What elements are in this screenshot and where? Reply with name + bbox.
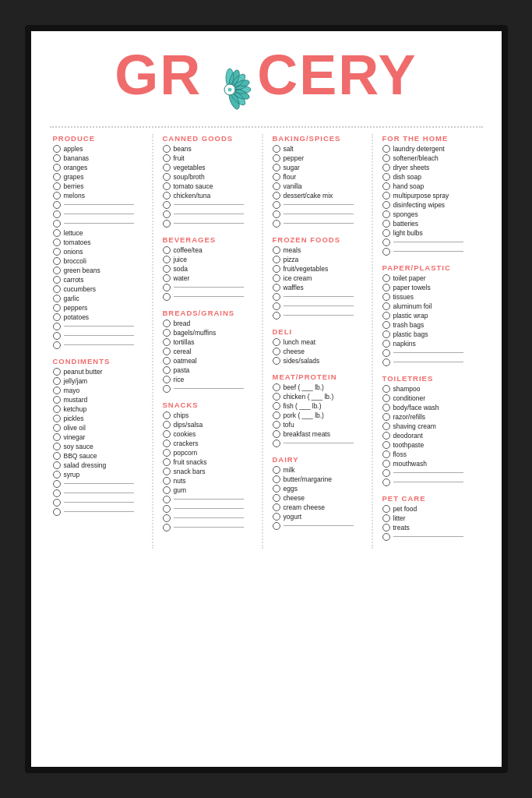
checkbox[interactable] xyxy=(163,376,171,383)
checkbox[interactable] xyxy=(163,173,171,181)
list-item[interactable]: pizza xyxy=(273,256,368,263)
checkbox[interactable] xyxy=(382,441,390,449)
checkbox[interactable] xyxy=(163,468,171,475)
list-item[interactable]: peppers xyxy=(53,304,149,312)
checkbox[interactable] xyxy=(273,402,280,410)
checkbox[interactable] xyxy=(382,302,390,310)
checkbox[interactable] xyxy=(382,293,390,301)
checkbox[interactable] xyxy=(163,274,171,282)
list-item[interactable]: popcorn xyxy=(163,449,259,457)
list-item[interactable]: gum xyxy=(163,486,259,494)
checkbox[interactable] xyxy=(53,368,61,376)
list-item[interactable]: trash bags xyxy=(382,321,480,329)
list-item[interactable]: multipurpose spray xyxy=(382,192,480,200)
checkbox[interactable] xyxy=(163,411,171,419)
checkbox[interactable] xyxy=(53,257,61,265)
list-item[interactable]: water xyxy=(163,274,259,282)
checkbox[interactable] xyxy=(273,503,280,511)
blank-item[interactable] xyxy=(163,284,259,291)
list-item[interactable]: cereal xyxy=(163,348,259,355)
blank-item[interactable] xyxy=(163,385,259,393)
checkbox[interactable] xyxy=(163,182,171,190)
checkbox[interactable] xyxy=(382,210,390,218)
checkbox[interactable] xyxy=(382,404,390,411)
blank-item[interactable] xyxy=(163,496,259,503)
blank-item[interactable] xyxy=(53,499,149,507)
checkbox[interactable] xyxy=(53,424,61,432)
blank-item[interactable] xyxy=(53,341,149,349)
list-item[interactable]: pork ( ___ lb.) xyxy=(273,411,368,419)
checkbox[interactable] xyxy=(382,321,390,329)
list-item[interactable]: mustard xyxy=(53,396,149,404)
list-item[interactable]: mouthwash xyxy=(382,460,480,468)
list-item[interactable]: litter xyxy=(382,514,480,522)
blank-item[interactable] xyxy=(273,220,368,228)
list-item[interactable]: ice cream xyxy=(273,274,368,282)
list-item[interactable]: vanilla xyxy=(273,182,368,190)
blank-item[interactable] xyxy=(382,238,480,246)
checkbox[interactable] xyxy=(273,383,280,391)
list-item[interactable]: disinfecting wipes xyxy=(382,201,480,209)
checkbox[interactable] xyxy=(53,471,61,478)
list-item[interactable]: cheese xyxy=(273,494,368,502)
list-item[interactable]: fruit xyxy=(163,154,259,162)
list-item[interactable]: cookies xyxy=(163,430,259,438)
checkbox[interactable] xyxy=(163,486,171,494)
checkbox[interactable] xyxy=(382,274,390,282)
checkbox[interactable] xyxy=(163,256,171,263)
blank-item[interactable] xyxy=(382,533,480,541)
checkbox[interactable] xyxy=(382,450,390,458)
list-item[interactable]: light bulbs xyxy=(382,229,480,237)
checkbox[interactable] xyxy=(53,285,61,293)
list-item[interactable]: apples xyxy=(53,145,149,153)
list-item[interactable]: bread xyxy=(163,320,259,327)
checkbox[interactable] xyxy=(273,173,280,181)
list-item[interactable]: chips xyxy=(163,411,259,419)
checkbox[interactable] xyxy=(163,430,171,438)
blank-item[interactable] xyxy=(163,293,259,301)
list-item[interactable]: tortillas xyxy=(163,338,259,346)
checkbox[interactable] xyxy=(382,413,390,421)
checkbox[interactable] xyxy=(163,458,171,466)
checkbox[interactable] xyxy=(53,238,61,246)
checkbox[interactable] xyxy=(382,432,390,440)
list-item[interactable]: tomato sauce xyxy=(163,182,259,190)
checkbox[interactable] xyxy=(163,145,171,153)
list-item[interactable]: sugar xyxy=(273,164,368,171)
list-item[interactable]: vinegar xyxy=(53,433,149,441)
checkbox[interactable] xyxy=(53,182,61,190)
blank-item[interactable] xyxy=(163,201,259,209)
checkbox[interactable] xyxy=(53,192,61,200)
list-item[interactable]: dessert/cake mix xyxy=(273,192,368,200)
list-item[interactable]: beef ( ___ lb.) xyxy=(273,383,368,391)
list-item[interactable]: soy sauce xyxy=(53,443,149,450)
list-item[interactable]: waffles xyxy=(273,284,368,291)
checkbox[interactable] xyxy=(53,248,61,256)
checkbox[interactable] xyxy=(273,256,280,263)
list-item[interactable]: treats xyxy=(382,524,480,531)
list-item[interactable]: coffee/tea xyxy=(163,246,259,254)
checkbox[interactable] xyxy=(53,164,61,171)
list-item[interactable]: plastic wrap xyxy=(382,312,480,320)
checkbox[interactable] xyxy=(53,276,61,284)
blank-item[interactable] xyxy=(382,478,480,486)
list-item[interactable]: cream cheese xyxy=(273,503,368,511)
list-item[interactable]: lunch meat xyxy=(273,338,368,346)
blank-item[interactable] xyxy=(273,293,368,301)
checkbox[interactable] xyxy=(382,514,390,522)
checkbox[interactable] xyxy=(382,192,390,200)
list-item[interactable]: pickles xyxy=(53,415,149,422)
checkbox[interactable] xyxy=(163,357,171,365)
list-item[interactable]: ketchup xyxy=(53,405,149,413)
checkbox[interactable] xyxy=(273,284,280,291)
list-item[interactable]: onions xyxy=(53,248,149,256)
list-item[interactable]: nuts xyxy=(163,477,259,485)
list-item[interactable]: hand soap xyxy=(382,182,480,190)
list-item[interactable]: lettuce xyxy=(53,229,149,237)
blank-item[interactable] xyxy=(273,201,368,209)
list-item[interactable]: yogurt xyxy=(273,513,368,521)
checkbox[interactable] xyxy=(382,340,390,348)
list-item[interactable]: toilet paper xyxy=(382,274,480,282)
list-item[interactable]: berries xyxy=(53,182,149,190)
list-item[interactable]: pasta xyxy=(163,366,259,374)
